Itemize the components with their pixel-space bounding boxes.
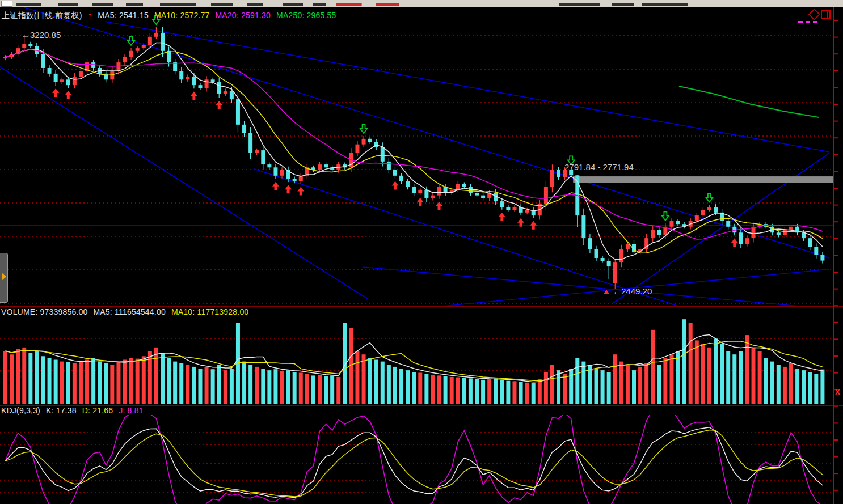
ma250-value: MA250: 2965.55 bbox=[276, 11, 336, 20]
menu-button-red-1[interactable] bbox=[336, 3, 362, 6]
right-price-axis bbox=[0, 7, 843, 504]
menu-item-fragment[interactable] bbox=[160, 3, 196, 6]
split-window-icon[interactable] bbox=[821, 10, 831, 19]
kdj-header: KDJ(9,3,3)K: 17.38D: 21.66J: 8.81 bbox=[1, 406, 149, 415]
ma5-value: MA5: 2541.15 bbox=[98, 11, 149, 20]
ma10-value: MA10: 2572.77 bbox=[154, 11, 210, 20]
menu-item-fragment[interactable] bbox=[16, 3, 41, 6]
menu-item-fragment[interactable] bbox=[126, 3, 143, 6]
menu-bar[interactable] bbox=[0, 0, 843, 7]
kdj-k-value: K: 17.38 bbox=[46, 406, 77, 415]
chart-stage: 上证指数(日线.前复权)↑MA5: 2541.15MA10: 2572.77MA… bbox=[0, 0, 843, 504]
app-window-icon bbox=[1, 1, 12, 7]
menu-item-fragment[interactable] bbox=[313, 3, 326, 6]
high-price-annotation: ←3220.85 bbox=[22, 30, 61, 40]
menu-item-fragment[interactable] bbox=[559, 3, 600, 6]
volume-pane bbox=[0, 319, 833, 404]
kdj-j-value: J: 8.81 bbox=[119, 406, 143, 415]
low-point-marker-icon bbox=[604, 290, 609, 294]
left-arrow-icon: ← bbox=[22, 30, 30, 40]
kdj-name: KDJ(9,3,3) bbox=[1, 406, 40, 415]
volume-value: VOLUME: 97339856.00 bbox=[1, 307, 87, 316]
ma20-value: MA20: 2591.30 bbox=[215, 11, 271, 20]
kdj-pane bbox=[0, 410, 833, 504]
left-arrow-icon: ← bbox=[613, 286, 621, 296]
menu-item-fragment[interactable] bbox=[58, 3, 78, 6]
menu-item-fragment[interactable] bbox=[283, 3, 303, 6]
menu-button-red-2[interactable] bbox=[376, 3, 399, 6]
menu-item-fragment[interactable] bbox=[92, 3, 113, 6]
instrument-title: 上证指数(日线.前复权) bbox=[2, 11, 82, 20]
flyout-arrow-icon bbox=[2, 273, 6, 281]
sidebar-flyout-handle[interactable] bbox=[0, 253, 8, 303]
volume-ma10-value: MA10: 117713928.00 bbox=[171, 307, 248, 316]
menu-item-fragment[interactable] bbox=[612, 3, 634, 6]
gap-zone-annotation: 2791.84 - 2771.94 bbox=[564, 162, 634, 172]
main-price-pane bbox=[0, 1, 833, 306]
volume-header: VOLUME: 97339856.00MA5: 111654544.00MA10… bbox=[1, 307, 254, 316]
chart-canvas[interactable] bbox=[0, 0, 843, 504]
main-chart-header: 上证指数(日线.前复权)↑MA5: 2541.15MA10: 2572.77MA… bbox=[2, 10, 342, 21]
trend-up-arrow-icon: ↑ bbox=[88, 10, 92, 20]
menu-item-fragment[interactable] bbox=[247, 3, 263, 6]
more-dots-icon[interactable] bbox=[798, 21, 821, 24]
menu-item-fragment[interactable] bbox=[642, 3, 688, 6]
kdj-d-value: D: 21.66 bbox=[82, 406, 113, 415]
menu-item-fragment[interactable] bbox=[211, 3, 233, 6]
low-price-annotation: ←2449.20 bbox=[613, 286, 652, 296]
close-indicator-button[interactable]: X bbox=[835, 388, 840, 396]
volume-ma5-value: MA5: 111654544.00 bbox=[93, 307, 165, 316]
